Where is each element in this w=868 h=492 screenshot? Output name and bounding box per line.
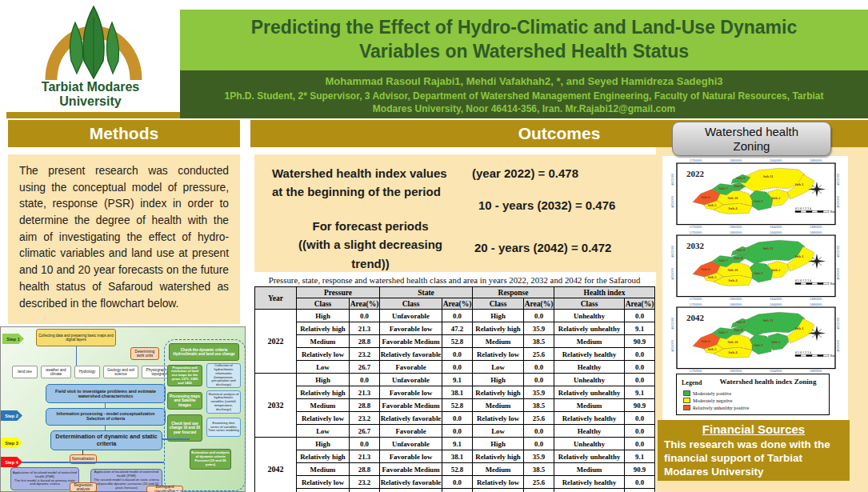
map-year-label: 2032 (686, 242, 704, 250)
map-x-tick: 580000 (730, 225, 742, 228)
university-name: Tarbiat Modares University (6, 80, 174, 108)
table-subheader-cell: Area(%) (442, 298, 473, 310)
table-cell: 0.0 (442, 412, 473, 425)
table-header-group: Response (473, 287, 554, 298)
subbasin-label: Sub-9 (737, 321, 746, 325)
legend-item: Moderately positive (683, 390, 731, 396)
table-cell: 0.0 (524, 310, 554, 322)
poster-title: Predicting the Effect of Hydro-Climatic … (180, 16, 868, 64)
table-cell: Relatively low (297, 348, 350, 361)
table-header-year: Year (255, 287, 297, 310)
table-cell: Relatively high (473, 386, 524, 399)
table-row: Medium28.8Favorable Medium52.8Medium38.5… (255, 399, 655, 412)
flowchart-step3-label: Step 3 (1, 438, 22, 448)
table-cell: Relatively high (297, 386, 350, 399)
scalebar-segment (806, 210, 812, 212)
table-cell: Unhealthy (554, 438, 625, 450)
map-year-label: 2042 (686, 314, 704, 322)
methods-header: Methods (8, 120, 240, 147)
map-x-tick: 576000 (690, 303, 702, 307)
table-year-cell: 2042 (255, 438, 297, 492)
table-cell: Favorable low (380, 450, 442, 463)
table-cell: 25.6 (524, 348, 554, 361)
flowchart-processing-maps-box: Processing maps and Satellite Images (167, 392, 202, 410)
outcomes-intro-line2: at the beginning of the period (272, 182, 447, 201)
map-x-tick: 584000 (770, 159, 782, 163)
table-cell: Relatively healthy (554, 476, 625, 489)
map-x-tick: 580000 (730, 303, 742, 307)
methods-flowchart: Step 1 Collecting data and preparing bas… (0, 326, 246, 492)
table-cell: 21.3 (350, 450, 380, 463)
table-cell: 0.0 (442, 476, 473, 489)
scalebar-segment (818, 354, 823, 356)
table-cell: 25.6 (524, 412, 554, 425)
legend-item: Moderately negative (683, 398, 732, 403)
subbasin-label: Sub-10 (728, 196, 738, 200)
map-legend: Legend Watershed health index Zoning Mod… (676, 374, 830, 415)
table-cell: Relatively low (297, 476, 350, 489)
table-cell: High (297, 374, 350, 386)
table-cell: 23.2 (350, 476, 380, 489)
table-cell: Relatively healthy (554, 348, 625, 361)
table-cell: High (473, 374, 524, 386)
subbasin-label: Sub-2 (772, 340, 781, 344)
flowchart-time-series-box: Examining time series of variables Time … (206, 418, 241, 437)
table-cell: 25.6 (524, 476, 554, 489)
flowchart-topic-weather: weather and climate (41, 366, 71, 378)
table-cell: High (473, 438, 524, 450)
connector-line (76, 346, 77, 366)
table-cell: 21.3 (350, 322, 380, 335)
table-cell: 0.0 (442, 425, 473, 438)
table-cell: Relatively low (473, 412, 524, 425)
zoning-map-2032: 5760005800005840005880005760005800005840… (669, 230, 842, 300)
table-header-group: Pressure (297, 287, 380, 298)
table-cell: 0.0 (625, 425, 655, 438)
table-cell: Relatively unhealthy (554, 386, 625, 399)
scalebar-segment (806, 282, 812, 284)
scalebar-numbers: 0.5 0 1 2 3 4 (795, 207, 811, 210)
flowchart-topic-hydrology: Hydrology (74, 366, 100, 378)
flowchart-field-visit-box: Field visit to investigate problems and … (46, 384, 166, 403)
map-x-tick: 588000 (810, 231, 822, 235)
table-cell: Favorable Medium (380, 463, 442, 476)
flowchart-determination-box: Determination of dynamic and static crit… (50, 430, 162, 450)
map-y-tick: 4062000 (836, 317, 840, 330)
map-y-tick: 4059000 (836, 339, 840, 352)
scalebar-segment (818, 282, 823, 284)
table-cell: Relatively unhealthy (554, 450, 625, 463)
table-cell: 23.2 (350, 348, 380, 361)
table-row: Low26.7Favorable0.0Low0.0Healthy0.0 (255, 425, 655, 438)
flowchart-work-units-box: Determining work units (130, 347, 159, 360)
methods-paragraph: The present research was conducted using… (19, 163, 229, 312)
map-x-tick: 588000 (810, 297, 822, 300)
university-name-line1: Tarbiat Modares (6, 80, 174, 94)
flowchart-step1-label: Step 1 (2, 334, 24, 344)
table-cell: 0.0 (350, 438, 380, 450)
table-cell: 35.9 (524, 322, 554, 335)
table-cell: Relatively favorable (380, 412, 442, 425)
table-cell: Medium (554, 463, 625, 476)
table-cell: 0.0 (350, 374, 380, 386)
map-y-tick: 4059000 (836, 267, 840, 280)
scalebar-segment (806, 354, 812, 356)
subbasin-label: Sub-5 (708, 275, 717, 279)
table-cell: Low (297, 489, 350, 492)
map-y-tick: 4062000 (670, 173, 674, 186)
table-cell: Medium (297, 335, 350, 348)
table-cell: 35.9 (524, 450, 554, 463)
methods-header-label: Methods (90, 124, 158, 143)
flowchart-hydro-info-box: Collection of hydroclimatic information … (206, 363, 241, 388)
map-x-tick: 576000 (690, 225, 702, 228)
table-cell: 28.8 (350, 399, 380, 412)
table-cell: Medium (473, 463, 524, 476)
table-header-group: Health index (554, 287, 655, 298)
map-x-tick: 576000 (690, 369, 702, 372)
table-cell: 0.0 (524, 361, 554, 374)
table-cell: 26.7 (350, 361, 380, 374)
scalebar-segment (801, 354, 806, 356)
legend-item-label: Relatively unhealthy positive (693, 406, 749, 410)
table-row: 2032High0.0Unfavorable9.1High0.0Unhealth… (255, 374, 655, 386)
subbasin-label: Sub-11 (763, 174, 774, 178)
table-cell: Medium (554, 399, 625, 412)
table-cell: 9.1 (442, 374, 473, 386)
